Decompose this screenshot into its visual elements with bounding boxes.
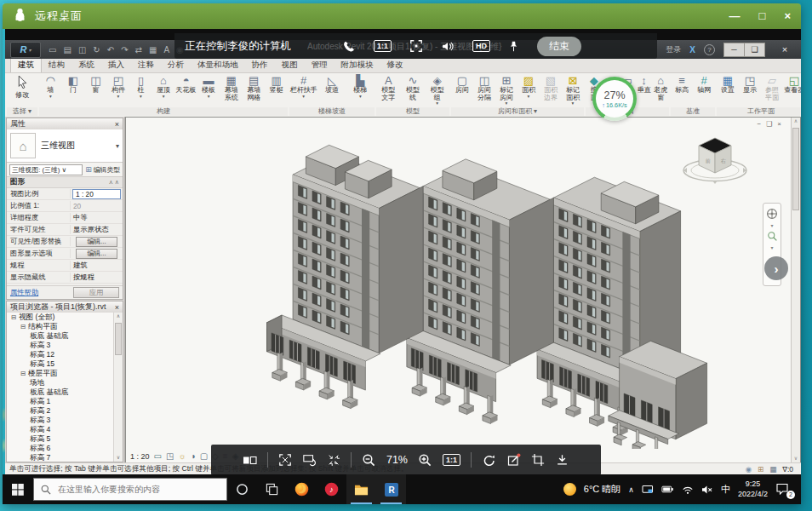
ribbon-button-垂直[interactable]: ↕垂直	[636, 74, 653, 107]
maximize-button[interactable]: □	[759, 3, 766, 29]
sun-path-icon[interactable]: ☼	[178, 451, 186, 461]
ribbon-tab-管理[interactable]: 管理	[305, 59, 335, 72]
display-mode-icon[interactable]	[243, 454, 257, 467]
zoom-expand-icon[interactable]: ▾	[770, 244, 773, 250]
visual-style-icon[interactable]: ▭	[154, 451, 162, 461]
one-to-one-button[interactable]: 1:1	[443, 454, 460, 466]
dimension-icon[interactable]: ▦	[149, 45, 157, 55]
undo-icon[interactable]: ↶	[107, 45, 114, 55]
ribbon-button-老虎窗[interactable]: ⌂老虎窗	[652, 74, 669, 107]
taskbar-netease-music[interactable]: ♪	[317, 474, 346, 504]
hd-quality-button[interactable]: HD	[472, 40, 490, 52]
zoom-in-icon[interactable]	[418, 453, 432, 468]
ribbon-button-天花板[interactable]: ◓天花板	[174, 74, 197, 107]
editable-only-icon[interactable]: ▦	[769, 465, 776, 474]
wifi-icon[interactable]	[682, 485, 694, 495]
tree-item-视图 (全部)[interactable]: ⊟视图 (全部)	[7, 313, 114, 322]
ribbon-button-幕墙网格[interactable]: ▤幕墙 网格	[243, 74, 266, 107]
ribbon-tab-插入[interactable]: 插入	[101, 59, 131, 72]
scroll-up-icon[interactable]: ∧	[114, 313, 123, 320]
property-value[interactable]: 1 : 20	[72, 189, 121, 199]
tree-item-标高 4[interactable]: 标高 4	[7, 425, 114, 434]
tree-item-标高 3[interactable]: 标高 3	[7, 416, 114, 425]
ribbon-button-修改[interactable]: 修改	[7, 74, 37, 107]
ribbon-button-面积[interactable]: ▨面积▾	[518, 74, 540, 107]
fit-screen-icon[interactable]	[278, 453, 292, 467]
scroll-up-icon[interactable]: ∧	[792, 118, 800, 125]
property-value[interactable]: 建筑	[71, 261, 123, 270]
property-value[interactable]: 中等	[71, 213, 123, 222]
edit-button[interactable]: 编辑...	[76, 249, 117, 259]
voice-call-icon[interactable]	[343, 40, 356, 53]
ribbon-button-门[interactable]: ◧门	[62, 74, 85, 107]
action-center-icon[interactable]: 2	[775, 483, 792, 497]
battery-icon[interactable]	[661, 485, 674, 494]
tray-expand-icon[interactable]: ∧	[628, 485, 634, 494]
tree-item-板底 基础底[interactable]: 板底 基础底	[7, 331, 114, 341]
taskbar-cortana[interactable]	[227, 474, 257, 504]
ribbon-button-标高[interactable]: ≡标高	[671, 74, 693, 107]
adapt-resolution-icon[interactable]	[327, 453, 340, 467]
tree-expand-icon[interactable]: ⊟	[20, 323, 28, 330]
ribbon-tab-附加模块[interactable]: 附加模块	[335, 59, 380, 72]
text-icon[interactable]: A	[163, 45, 169, 55]
crop-view-icon[interactable]: ▢	[200, 451, 208, 461]
ribbon-button-屋顶[interactable]: ⌂屋顶▾	[152, 74, 175, 107]
property-value[interactable]: 20	[71, 202, 123, 210]
tree-item-标高 3[interactable]: 标高 3	[7, 341, 114, 350]
section-graphics[interactable]: 图形	[10, 177, 25, 187]
tree-item-板底 基础底[interactable]: 板底 基础底	[7, 388, 114, 397]
detail-level-icon[interactable]: ◳	[166, 451, 174, 461]
tree-expand-icon[interactable]: ⊟	[20, 370, 28, 377]
switch-screen-icon[interactable]	[302, 453, 317, 467]
ime-indicator[interactable]: 中	[721, 483, 730, 496]
ribbon-button-面积边界[interactable]: ▧面积 边界	[540, 74, 562, 107]
ribbon-tab-视图[interactable]: 视图	[275, 59, 305, 72]
properties-help-link[interactable]: 属性帮助	[10, 288, 38, 297]
start-button[interactable]	[3, 474, 33, 504]
fullscreen-icon[interactable]	[409, 39, 423, 53]
weather-text[interactable]: 6°C 晴朗	[584, 483, 621, 496]
view-restore-icon[interactable]: ❑	[766, 120, 772, 128]
speaker-icon[interactable]	[441, 40, 455, 53]
ribbon-tab-建筑[interactable]: 建筑	[10, 58, 42, 72]
tree-expand-icon[interactable]: ⊟	[11, 313, 19, 321]
save-icon[interactable]: ◫	[78, 45, 86, 55]
ribbon-button-楼板[interactable]: ▬楼板▾	[197, 74, 220, 107]
apply-button[interactable]: 应用	[73, 287, 119, 298]
tree-item-标高 5[interactable]: 标高 5	[7, 434, 114, 444]
ribbon-button-参照平面[interactable]: ▱参照 平面	[761, 74, 783, 107]
tree-item-标高 2[interactable]: 标高 2	[7, 406, 114, 416]
pin-icon[interactable]	[508, 40, 519, 53]
weather-sun-icon[interactable]	[563, 483, 576, 496]
scroll-thumb[interactable]	[115, 323, 122, 355]
crop-icon[interactable]	[531, 453, 545, 467]
taskbar-revit[interactable]: R	[376, 474, 406, 504]
ribbon-button-轴网[interactable]: #轴网	[693, 74, 715, 107]
ribbon-button-房间分隔[interactable]: ◫房间 分隔	[473, 74, 495, 107]
revit-app-button[interactable]: R▾	[10, 42, 41, 58]
search-input[interactable]	[56, 484, 200, 495]
edit-button[interactable]: 编辑...	[76, 237, 117, 247]
revit-close-button[interactable]: ×	[774, 44, 796, 55]
ribbon-button-墙[interactable]: ◠墙▾	[39, 74, 62, 107]
view-minimize-icon[interactable]: −	[757, 120, 761, 128]
properties-close-icon[interactable]: ×	[115, 120, 119, 129]
signin-label[interactable]: 登录	[666, 44, 681, 55]
ribbon-tab-分析[interactable]: 分析	[161, 59, 191, 72]
actual-size-button[interactable]: 1:1	[374, 40, 392, 52]
ribbon-button-显示[interactable]: ◳显示	[739, 74, 761, 107]
redo-icon[interactable]: ↷	[121, 45, 128, 55]
sync-icon[interactable]: ↻	[93, 45, 100, 55]
nav-expand-icon[interactable]: ▾	[770, 222, 773, 228]
drawing-area[interactable]: − ❑ × ∧ 前 右	[125, 117, 801, 463]
scroll-down-icon[interactable]: ∨	[114, 454, 123, 462]
ribbon-button-模型组[interactable]: ◈模型 组▾	[425, 74, 449, 107]
tree-item-结构平面[interactable]: ⊟结构平面	[7, 322, 114, 331]
ribbon-button-模型线[interactable]: ∿模型 线	[401, 74, 426, 107]
taskbar-task-view[interactable]	[257, 474, 287, 504]
view-selector[interactable]: 三维视图: (三维) ∨	[9, 164, 83, 175]
tree-item-标高 7[interactable]: 标高 7	[7, 453, 114, 462]
scroll-down-icon[interactable]: ∨	[792, 455, 800, 462]
ribbon-button-坡道[interactable]: ◺坡道	[317, 74, 346, 107]
